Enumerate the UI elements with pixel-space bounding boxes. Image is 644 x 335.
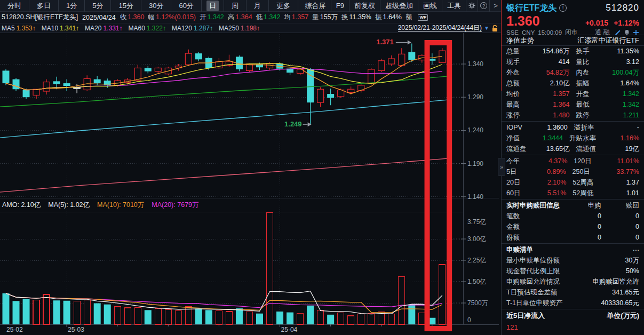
period-tab-周[interactable]: 周 xyxy=(224,0,247,12)
volume-bar xyxy=(216,310,222,324)
last-price: 1.360 xyxy=(506,14,540,27)
period-tab-60分[interactable]: 60分 xyxy=(171,0,201,12)
tool-menu-前复权[interactable]: 前复权 xyxy=(349,0,380,12)
section-divider xyxy=(502,309,644,309)
volume-bar xyxy=(145,310,152,324)
info-icon[interactable]: ! xyxy=(559,4,567,12)
redemption-row-最小申赎单位份额: 最小申赎单位份额30万 xyxy=(502,255,644,266)
netflow-unit: 单位(万元) xyxy=(545,311,639,321)
chevron-right-icon[interactable]: > xyxy=(490,0,502,12)
date-range-selector[interactable]: 2025/02/21-2025/04/24(44日) xyxy=(398,24,482,32)
volume-bar xyxy=(134,307,141,324)
section-divider xyxy=(502,155,644,155)
wp-monitor-icon[interactable]: WP xyxy=(418,14,428,21)
subscription-row-笔数: 笔数00 xyxy=(502,211,644,221)
panel-row-净值: 净值1.3444升贴水率1.16% xyxy=(502,133,644,143)
candle-body xyxy=(195,53,202,59)
trading-terminal: 分时多日1分5分15分30分60分日周月更多 综合屏F9前复权超级叠加画线工具 … xyxy=(0,0,644,335)
nav-value-trend[interactable]: 净值走势 汇添富中证银行ETF xyxy=(502,35,644,46)
volume-bar xyxy=(287,313,293,324)
redemption-list-header: 申赎清单 ⋯ xyxy=(502,244,644,255)
volume-bar xyxy=(348,316,354,324)
volume-bar xyxy=(307,306,314,324)
tool-menu-综合屏[interactable]: 综合屏 xyxy=(300,0,331,12)
volume-bar xyxy=(114,307,121,324)
quote-time: 15:00:09 xyxy=(538,29,562,36)
subscription-rows: 笔数00金额00份额00 xyxy=(502,211,644,243)
period-tab-多日[interactable]: 多日 xyxy=(29,0,59,12)
candle-body xyxy=(3,70,10,83)
fund-name: 银行ETF龙头 xyxy=(506,3,556,14)
ma-legend-bar: MA51.353↑MA101.341↑MA201.331↑MA601.322↑M… xyxy=(0,23,502,33)
settings-gear-icon[interactable] xyxy=(466,0,478,12)
alert-bell-icon[interactable] xyxy=(624,29,630,36)
period-tab-更多[interactable]: 更多 xyxy=(269,0,298,12)
vol-ma10-label: MA(10): 7010万 xyxy=(97,201,144,210)
candle-body xyxy=(348,89,354,92)
volume-bar xyxy=(399,276,405,324)
candle-body xyxy=(33,89,39,95)
symbol-label: 512820.SH[银行ETF龙头] xyxy=(2,13,78,22)
redemption-row-现金替代比例上限: 现金替代比例上限50% xyxy=(502,266,644,276)
candle-body xyxy=(327,94,334,98)
tools-toolbar: 综合屏F9前复权超级叠加画线工具 ? > xyxy=(300,0,502,12)
x-axis-label: 25-02 xyxy=(6,326,23,333)
x-axis-label: 25-04 xyxy=(281,326,298,333)
section-divider xyxy=(502,243,644,244)
help-question-glyph: ? xyxy=(480,2,487,9)
ma-legend-MA20: MA201.331↑ xyxy=(85,25,122,32)
panel-collapse-handle[interactable]: » xyxy=(498,158,505,176)
candle-body xyxy=(94,79,101,83)
panel-divider-accent xyxy=(501,0,502,91)
unlock-icon[interactable] xyxy=(491,25,498,32)
panel-row-总量: 总量154.86万换手11.35% xyxy=(502,46,644,57)
period-tab-1分[interactable]: 1分 xyxy=(59,0,85,12)
volume-bar xyxy=(13,301,20,324)
edit-pencil-icon[interactable] xyxy=(615,29,621,36)
more-ellipsis-button[interactable]: ⋯ xyxy=(533,246,639,254)
period-toolbar: 分时多日1分5分15分30分60分日周月更多 综合屏F9前复权超级叠加画线工具 … xyxy=(0,0,502,12)
panel-row-最高: 最高1.364最低1.342 xyxy=(502,99,644,110)
candle-body xyxy=(145,68,152,71)
period-tabs: 分时多日1分5分15分30分60分日周月更多 xyxy=(0,0,298,12)
period-tab-月[interactable]: 月 xyxy=(247,0,269,12)
chevron-down-icon[interactable]: ▼ xyxy=(484,25,489,31)
tool-menu-画线[interactable]: 画线 xyxy=(418,0,442,12)
volume-bar xyxy=(338,313,344,324)
tool-menu-工具[interactable]: 工具 xyxy=(442,0,466,12)
candle-body xyxy=(317,89,324,102)
subscription-row-金额: 金额00 xyxy=(502,221,644,232)
quote-field-开: 开1.342 xyxy=(200,13,224,22)
redemption-rows: 最小申赎单位份额30万现金替代比例上限50%申购赎回允许情况申购赎回皆允许T日预… xyxy=(502,255,644,308)
volume-bar xyxy=(368,313,375,324)
period-tab-分时[interactable]: 分时 xyxy=(0,0,29,12)
help-icon[interactable]: ? xyxy=(478,0,490,12)
kline-volume-chart[interactable]: 1.3401.2901.2401.1901.1403.75亿3.00亿2.25亿… xyxy=(0,33,502,335)
volume-bar xyxy=(388,314,395,324)
panel-row-流通盘: 流通盘13.65亿流通值19亿 xyxy=(502,143,644,154)
quote-field-均: 均1.357 xyxy=(284,13,308,22)
candle-body xyxy=(63,83,70,86)
ma-legend-MA10: MA101.341↑ xyxy=(42,25,79,32)
volume-bar xyxy=(74,301,80,324)
add-plus-icon[interactable] xyxy=(633,29,639,36)
subscribe-col-label: 申购 xyxy=(563,201,601,210)
volume-axis-label: 0 xyxy=(467,316,471,324)
subscription-header: 实时申购赎回信息 申购 赎回 xyxy=(502,200,644,211)
period-tab-5分[interactable]: 5分 xyxy=(85,0,111,12)
session-status: 闭市 xyxy=(565,28,577,36)
volume-bar xyxy=(33,300,39,324)
panel-row-外盘: 外盘54.82万内盘100.04万 xyxy=(502,67,644,78)
period-tab-15分[interactable]: 15分 xyxy=(111,0,141,12)
period-tab-日[interactable]: 日 xyxy=(202,0,224,12)
netflow-title: 近5日净流入 xyxy=(506,311,545,321)
ma-legend-MA120: MA1201.287↑ xyxy=(172,25,213,32)
volume-bar xyxy=(246,312,252,324)
period-tab-30分[interactable]: 30分 xyxy=(141,0,171,12)
candle-body xyxy=(307,69,314,102)
quote-field-幅: 幅1.12%(0.015) xyxy=(148,13,196,22)
trade-date: 2025/04/24 xyxy=(82,14,116,21)
candle-body xyxy=(388,59,395,64)
tool-menu-F9[interactable]: F9 xyxy=(331,0,349,12)
tool-menu-超级叠加[interactable]: 超级叠加 xyxy=(380,0,418,12)
